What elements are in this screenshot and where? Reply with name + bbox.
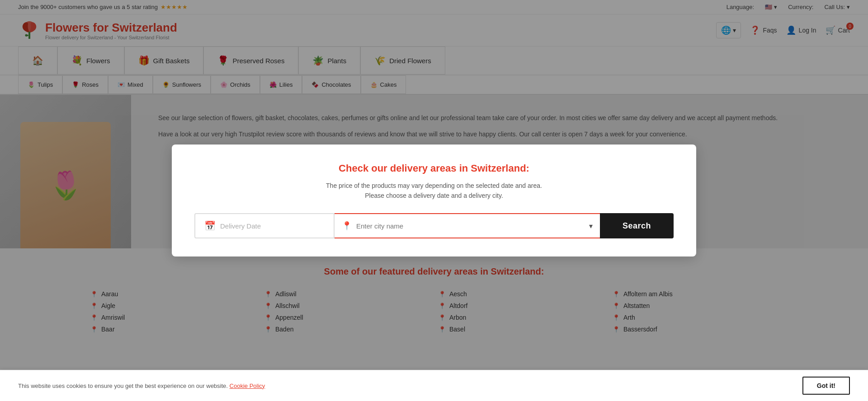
location-pin-icon: 📍	[342, 221, 352, 231]
modal-title: Check our delivery areas in Switzerland:	[194, 163, 674, 174]
city-search-input[interactable]	[356, 222, 585, 230]
search-button[interactable]: Search	[600, 213, 674, 238]
delivery-modal: Check our delivery areas in Switzerland:…	[172, 145, 696, 257]
city-input-wrapper: 📍 ▾	[335, 213, 600, 238]
search-label: Search	[623, 221, 651, 230]
modal-search-row: 📅 Delivery Date 📍 ▾ Search	[194, 213, 674, 238]
dropdown-arrow-icon: ▾	[589, 222, 593, 230]
delivery-date-picker[interactable]: 📅 Delivery Date	[194, 213, 335, 238]
modal-desc-line1: The price of the products may vary depen…	[326, 182, 542, 189]
modal-overlay: Check our delivery areas in Switzerland:…	[0, 0, 868, 351]
calendar-icon: 📅	[204, 220, 216, 231]
modal-desc-line2: Please choose a delivery date and a deli…	[365, 192, 503, 199]
delivery-date-label: Delivery Date	[220, 222, 261, 230]
modal-description: The price of the products may vary depen…	[194, 181, 674, 201]
